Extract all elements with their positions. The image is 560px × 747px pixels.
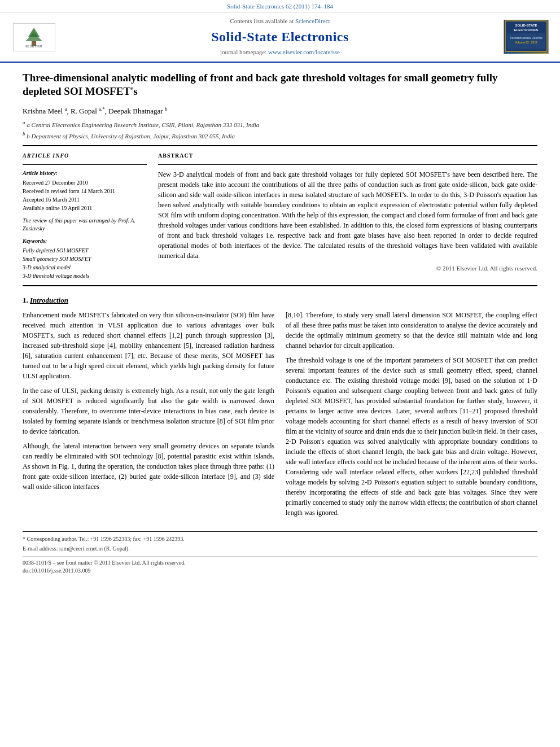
body-section: 1. Introduction Enhancement mode MOSFET'…	[23, 295, 537, 522]
svg-text:ELSEVIER: ELSEVIER	[25, 45, 42, 48]
footnote-1: * Corresponding author. Tel.: +91 1596 2…	[23, 535, 537, 553]
copyright-line: © 2011 Elsevier Ltd. All rights reserved…	[158, 264, 537, 273]
abstract-column: ABSTRACT New 3-D analytical models of fr…	[158, 152, 537, 281]
history-revised: Received in revised form 14 March 2011	[23, 187, 147, 195]
section-1-title: Introduction	[30, 296, 68, 304]
journal-header: ELSEVIER Contents lists available at Sci…	[0, 12, 560, 62]
journal-center: Contents lists available at ScienceDirec…	[56, 17, 504, 56]
svg-text:Volume 62 · 2011: Volume 62 · 2011	[515, 41, 537, 44]
article-info-abstract: ARTICLE INFO Article history: Received 2…	[23, 152, 537, 281]
body-two-col: Enhancement mode MOSFET's fabricated on …	[23, 310, 537, 522]
footnote-email: E-mail address: ram@ceeri.ernet.in (R. G…	[23, 545, 537, 553]
header-left: ELSEVIER	[11, 21, 56, 53]
abstract-title: ABSTRACT	[158, 152, 537, 160]
elsevier-logo-box: ELSEVIER	[13, 23, 55, 51]
intro-para-4: [8,10]. Therefore, to study very small l…	[286, 310, 537, 351]
elsevier-logo-svg: ELSEVIER	[17, 27, 51, 48]
authors-line: Krishna Meel a, R. Gopal a,*, Deepak Bha…	[23, 106, 537, 117]
footnote-section: * Corresponding author. Tel.: +91 1596 2…	[23, 531, 537, 553]
divider-body-top	[23, 285, 537, 286]
journal-title: Solid-State Electronics	[56, 28, 504, 47]
body-col-right: [8,10]. Therefore, to study very small l…	[286, 310, 537, 522]
history-label: Article history:	[23, 169, 147, 177]
divider-thick	[23, 145, 537, 146]
journal-homepage: journal homepage: www.elsevier.com/locat…	[56, 48, 504, 56]
history-accepted: Accepted 16 March 2011	[23, 196, 147, 204]
article-info-column: ARTICLE INFO Article history: Received 2…	[23, 152, 147, 281]
intro-para-1: Enhancement mode MOSFET's fabricated on …	[23, 310, 274, 381]
section-1-number: 1.	[23, 296, 28, 304]
affiliations: a a Central Electronics Engineering Rese…	[23, 119, 537, 141]
keyword-2: Small geometry SOI MOSFET	[23, 255, 147, 263]
citation-text: Solid-State Electronics 62 (2011) 174–18…	[227, 3, 333, 10]
affiliation-1: a a Central Electronics Engineering Rese…	[23, 119, 537, 129]
bottom-info: 0038-1101/$ – see front matter © 2011 El…	[23, 556, 537, 575]
doi-line: doi:10.1016/j.sse.2011.03.009	[23, 567, 537, 575]
divider-1	[23, 164, 147, 165]
intro-para-2: In the case of ULSI, packing density is …	[23, 386, 274, 436]
citation-bar: Solid-State Electronics 62 (2011) 174–18…	[0, 0, 560, 12]
keyword-4: 3-D threshold voltage models	[23, 272, 147, 280]
homepage-link[interactable]: www.elsevier.com/locate/sse	[268, 49, 340, 55]
journal-cover-image: SOLID-STATE ELECTRONICS An International…	[504, 20, 549, 54]
cover-label: SOLID-STATE ELECTRONICS An International…	[504, 20, 548, 54]
review-note: The review of this paper was arranged by…	[23, 217, 147, 233]
keywords-title: Keywords:	[23, 237, 147, 245]
keywords-section: Keywords: Fully depleted SOI MOSFET Smal…	[23, 237, 147, 280]
svg-text:SOLID-STATE: SOLID-STATE	[515, 24, 537, 27]
intro-para-3: Although, the lateral interaction betwee…	[23, 441, 274, 492]
footnote-corresponding: * Corresponding author. Tel.: +91 1596 2…	[23, 535, 537, 543]
history-received: Received 27 December 2010	[23, 179, 147, 187]
cover-svg: SOLID-STATE ELECTRONICS An International…	[504, 20, 548, 53]
article-info-title: ARTICLE INFO	[23, 152, 147, 160]
history-online: Available online 19 April 2011	[23, 204, 147, 212]
divider-2	[158, 164, 537, 165]
section-1-heading: 1. Introduction	[23, 295, 537, 305]
paper-title: Three-dimensional analytic modelling of …	[23, 71, 537, 99]
abstract-text: New 3-D analytical models of front and b…	[158, 169, 537, 261]
intro-para-5: The threshold voltage is one of the impo…	[286, 355, 537, 518]
svg-text:An International Journal: An International Journal	[510, 36, 542, 40]
keyword-1: Fully depleted SOI MOSFET	[23, 247, 147, 255]
issn-line: 0038-1101/$ – see front matter © 2011 El…	[23, 559, 537, 567]
keyword-3: 3-D analytical model	[23, 264, 147, 272]
sciencedirect-link-text[interactable]: ScienceDirect	[295, 18, 330, 24]
elsevier-logo: ELSEVIER	[11, 21, 56, 53]
body-col-left: Enhancement mode MOSFET's fabricated on …	[23, 310, 274, 522]
paper-content: Three-dimensional analytic modelling of …	[0, 63, 560, 583]
affiliation-2: b b Department of Physics, University of…	[23, 130, 537, 141]
sciencedirect-line: Contents lists available at ScienceDirec…	[56, 17, 504, 25]
svg-text:ELECTRONICS: ELECTRONICS	[514, 28, 538, 32]
